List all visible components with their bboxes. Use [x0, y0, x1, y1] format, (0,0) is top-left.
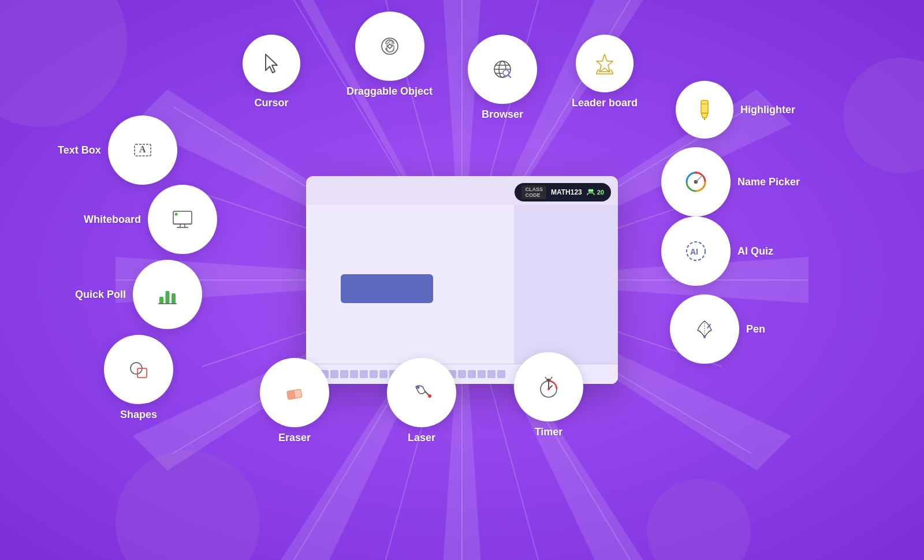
feature-aiquiz: AI AI Quiz: [661, 216, 773, 286]
svg-marker-46: [701, 113, 708, 118]
feature-highlighter: Highlighter: [676, 81, 795, 139]
browser-label: Browser: [482, 109, 523, 121]
pen-circle[interactable]: [670, 294, 739, 364]
shapes-label: Shapes: [120, 409, 157, 421]
svg-rect-45: [701, 100, 708, 113]
textbox-circle[interactable]: A: [108, 115, 177, 185]
namepicker-label: Name Picker: [737, 176, 800, 188]
browser-circle[interactable]: [468, 35, 537, 104]
wb-tool-dot: [458, 370, 466, 378]
svg-point-50: [175, 213, 178, 216]
class-code-label: CLASSCODE: [521, 185, 546, 199]
wb-tool-dot: [379, 370, 388, 378]
timer-label: Timer: [535, 426, 563, 438]
feature-draggable: Draggable Object: [346, 12, 433, 98]
feature-laser: Laser: [387, 358, 456, 444]
participants-count: 20: [587, 188, 604, 196]
wb-tool-dot: [468, 370, 476, 378]
textbox-label: Text Box: [58, 144, 101, 156]
wb-tool-dot: [360, 370, 368, 378]
svg-point-72: [417, 386, 420, 389]
timer-circle[interactable]: [514, 352, 583, 421]
quickpoll-circle[interactable]: [133, 260, 202, 329]
feature-shapes: Shapes: [104, 335, 173, 421]
leaderboard-label: Leader board: [572, 97, 638, 109]
quickpoll-label: Quick Poll: [75, 289, 126, 301]
svg-rect-60: [166, 291, 170, 304]
eraser-label: Eraser: [278, 432, 311, 444]
wb-tool-dot: [478, 370, 486, 378]
svg-line-42: [508, 75, 511, 77]
svg-line-57: [696, 175, 703, 182]
svg-point-79: [547, 388, 550, 390]
wb-tool-dot: [350, 370, 358, 378]
svg-point-67: [703, 336, 706, 338]
feature-browser: Browser: [468, 35, 537, 121]
feature-cursor: Cursor: [243, 35, 300, 109]
highlighter-label: Highlighter: [740, 104, 795, 116]
wb-canvas: [306, 205, 514, 384]
svg-rect-61: [172, 293, 176, 304]
svg-point-33: [590, 189, 593, 192]
feature-eraser: Eraser: [260, 358, 329, 444]
feature-namepicker: Name Picker: [661, 147, 800, 216]
aiquiz-circle[interactable]: AI: [661, 216, 731, 286]
feature-pen: Pen: [670, 294, 765, 364]
svg-rect-59: [159, 297, 163, 304]
wb-header: CLASSCODE MATH123 20: [515, 183, 611, 201]
shapes-circle[interactable]: [104, 335, 173, 404]
pen-label: Pen: [746, 323, 765, 335]
draggable-label: Draggable Object: [346, 85, 433, 98]
feature-whiteboard: Whiteboard: [84, 185, 217, 254]
whiteboard-label: Whiteboard: [84, 214, 141, 226]
wb-blue-rect: [341, 274, 433, 303]
svg-text:AI: AI: [690, 247, 698, 256]
feature-leaderboard: Leader board: [572, 35, 638, 109]
wb-tool-dot: [330, 370, 338, 378]
svg-line-78: [551, 377, 552, 379]
draggable-circle[interactable]: [355, 12, 424, 81]
laser-label: Laser: [408, 432, 435, 444]
svg-point-71: [428, 394, 431, 398]
aiquiz-label: AI Quiz: [737, 245, 773, 257]
svg-point-58: [695, 171, 697, 174]
highlighter-circle[interactable]: [676, 81, 733, 139]
cursor-circle[interactable]: [243, 35, 300, 92]
wb-tool-dot: [497, 370, 505, 378]
eraser-circle[interactable]: [260, 358, 329, 427]
cursor-label: Cursor: [254, 97, 288, 109]
wb-tool-dot: [487, 370, 495, 378]
svg-text:A: A: [139, 144, 146, 154]
svg-line-77: [545, 377, 546, 379]
feature-textbox: Text Box A: [58, 115, 177, 185]
feature-quickpoll: Quick Poll: [75, 260, 202, 329]
whiteboard-circle[interactable]: [148, 185, 217, 254]
namepicker-circle[interactable]: [661, 147, 731, 216]
feature-timer: Timer: [514, 352, 583, 438]
wb-tool-dot: [370, 370, 378, 378]
class-name: MATH123: [551, 188, 582, 196]
leaderboard-circle[interactable]: [576, 35, 634, 92]
laser-circle[interactable]: [387, 358, 456, 427]
wb-tool-dot: [340, 370, 348, 378]
